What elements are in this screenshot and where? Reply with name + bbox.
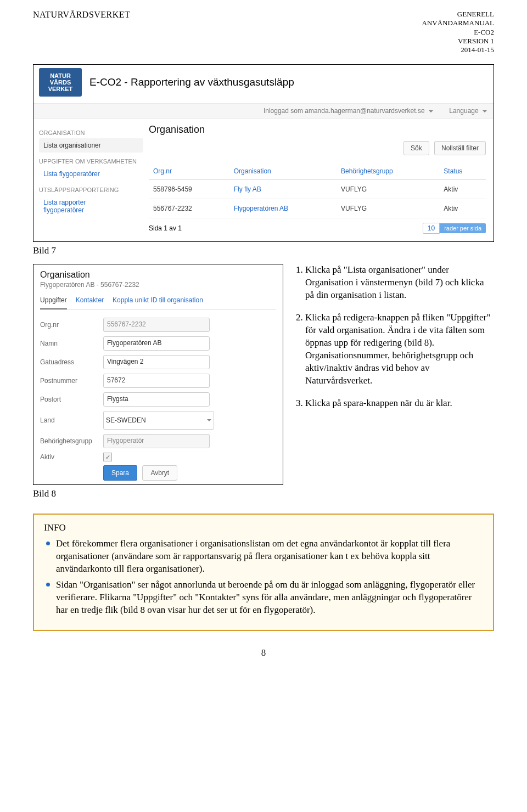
doc-header-left: NATURVÅRDSVERKET <box>33 10 130 20</box>
land-label: Land <box>40 416 103 424</box>
org-link[interactable]: Fly fly AB <box>229 180 337 199</box>
language-menu[interactable]: Language <box>449 107 487 115</box>
search-button[interactable]: Sök <box>403 141 429 155</box>
nv-logo: NATUR VÅRDS VERKET <box>39 68 82 97</box>
info-box: INFO Det förekommer flera organisationer… <box>33 514 494 631</box>
chevron-down-icon <box>207 419 211 421</box>
org-subtitle: Flygoperatören AB - 556767-2232 <box>40 281 276 289</box>
land-select[interactable]: SE-SWEDEN <box>103 411 214 430</box>
instruction-2: Klicka på redigera-knappen på fliken "Up… <box>305 312 494 387</box>
bild7-screenshot: NATUR VÅRDS VERKET E-CO2 - Rapportering … <box>33 64 494 242</box>
tab-koppla-id[interactable]: Koppla unikt ID till organisation <box>113 294 203 309</box>
org-link[interactable]: Flygoperatören AB <box>229 199 337 218</box>
hdr-line: VERSION 1 <box>422 37 494 46</box>
instruction-1: Klicka på "Lista organisationer" under O… <box>305 264 494 302</box>
instruction-list: Klicka på "Lista organisationer" under O… <box>294 264 494 499</box>
orgnr-label: Org.nr <box>40 321 103 329</box>
col-status[interactable]: Status <box>439 163 486 180</box>
reset-filter-button[interactable]: Nollställ filter <box>434 141 486 155</box>
postort-field[interactable]: Flygsta <box>103 392 210 407</box>
sidebar-section: UPPGIFTER OM VERKSAMHETEN <box>39 158 143 165</box>
tab-kontakter[interactable]: Kontakter <box>76 294 104 309</box>
sidebar-item-lista-rapporter[interactable]: Lista rapporter <box>39 195 143 206</box>
chevron-down-icon <box>483 110 487 112</box>
postnummer-label: Postnummer <box>40 377 103 385</box>
sidebar-section: UTSLÄPPSRAPPORTERING <box>39 187 143 193</box>
sidebar-section: ORGANISATION <box>39 129 143 136</box>
bild7-caption: Bild 7 <box>33 245 494 256</box>
aktiv-label: Aktiv <box>40 453 103 461</box>
info-bullet: Det förekommer flera organisationer i or… <box>44 538 483 576</box>
instruction-3: Klicka på spara-knappen när du är klar. <box>305 397 494 410</box>
tab-uppgifter[interactable]: Uppgifter <box>40 294 67 309</box>
chevron-down-icon <box>429 110 433 112</box>
aktiv-checkbox: ✓ <box>103 453 112 461</box>
postnummer-field[interactable]: 57672 <box>103 374 210 388</box>
col-organisation[interactable]: Organisation <box>229 163 337 180</box>
info-title: INFO <box>44 522 483 533</box>
hdr-line: E-CO2 <box>422 28 494 37</box>
sidebar-item-lista-flygoperatorer[interactable]: Lista flygoperatörer <box>39 167 143 181</box>
hdr-line: 2014-01-15 <box>422 46 494 54</box>
rows-per-page-label: rader per sida <box>440 223 486 233</box>
info-bullet: Sidan "Organisation" ser något annorlund… <box>44 579 483 617</box>
sidebar-item-flygoperatorer[interactable]: flygoperatörer <box>39 206 143 217</box>
doc-header-right: GENERELL ANVÄNDARMANUAL E-CO2 VERSION 1 … <box>422 10 494 54</box>
app-title: E-CO2 - Rapportering av växthusgasutsläp… <box>89 68 294 97</box>
bild8-screenshot: Organisation Flygoperatören AB - 556767-… <box>33 264 283 485</box>
page-title: Organisation <box>40 270 276 280</box>
behorighet-label: Behörighetsgrupp <box>40 437 103 445</box>
postort-label: Postort <box>40 396 103 403</box>
hdr-line: ANVÄNDARMANUAL <box>422 19 494 27</box>
pager-left: Sida 1 av 1 <box>149 224 182 232</box>
behorighet-field: Flygoperatör <box>103 434 210 448</box>
organisation-table: Org.nr Organisation Behörighetsgrupp Sta… <box>149 163 486 218</box>
orgnr-field: 556767-2232 <box>103 318 210 332</box>
cancel-button[interactable]: Avbryt <box>142 465 177 481</box>
table-row[interactable]: 556767-2232 Flygoperatören AB VUFLYG Akt… <box>149 199 486 218</box>
gatuadress-field[interactable]: Vingvägen 2 <box>103 355 210 369</box>
gatuadress-label: Gatuadress <box>40 358 103 366</box>
rows-per-page-input[interactable]: 10 <box>423 223 440 234</box>
hdr-line: GENERELL <box>422 10 494 19</box>
sidebar: ORGANISATION Lista organisationer UPPGIF… <box>33 119 149 241</box>
logged-in-menu[interactable]: Inloggad som amanda.hagerman@naturvardsv… <box>264 107 433 115</box>
namn-field[interactable]: Flygoperatören AB <box>103 336 210 351</box>
col-behorighetsgrupp[interactable]: Behörighetsgrupp <box>337 163 439 180</box>
col-orgnr[interactable]: Org.nr <box>149 163 229 180</box>
page-number: 8 <box>33 647 494 658</box>
save-button[interactable]: Spara <box>103 465 137 481</box>
table-row[interactable]: 558796-5459 Fly fly AB VUFLYG Aktiv <box>149 180 486 199</box>
namn-label: Namn <box>40 340 103 347</box>
bild8-caption: Bild 8 <box>33 488 283 499</box>
sidebar-item-lista-organisationer[interactable]: Lista organisationer <box>39 138 143 153</box>
page-title: Organisation <box>149 124 486 136</box>
